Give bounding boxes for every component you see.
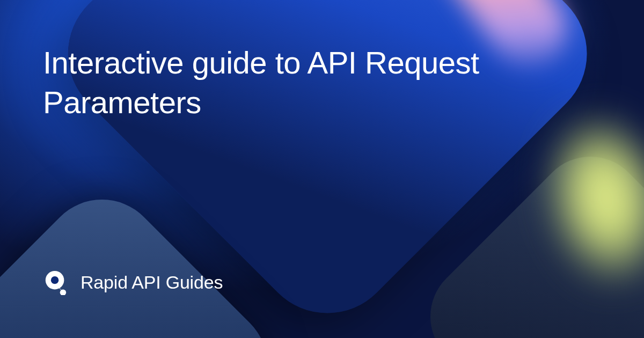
page-title: Interactive guide to API Request Paramet…: [43, 43, 569, 122]
rapid-logo-icon: [43, 269, 69, 295]
brand-name: Rapid API Guides: [80, 272, 223, 293]
svg-point-2: [60, 289, 67, 295]
content-wrapper: Interactive guide to API Request Paramet…: [0, 0, 644, 338]
footer: Rapid API Guides: [43, 269, 601, 295]
svg-point-1: [51, 276, 58, 284]
